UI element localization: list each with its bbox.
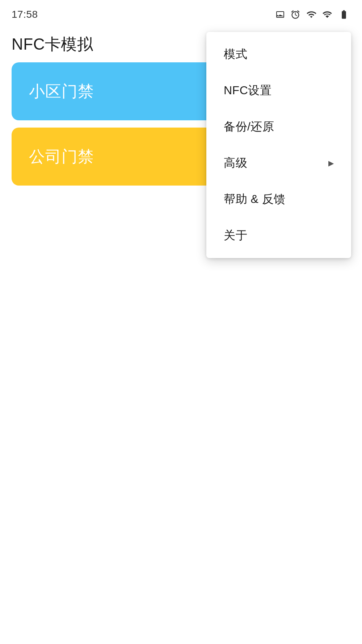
dropdown-menu: 模式 NFC设置 备份/还原 高级 ▶ 帮助 & 反馈 关于 — [206, 32, 351, 258]
menu-item-nfc-settings[interactable]: NFC设置 — [206, 72, 351, 109]
chevron-right-icon: ▶ — [328, 159, 334, 167]
menu-item-advanced[interactable]: 高级 ▶ — [206, 145, 351, 181]
menu-item-backup-restore[interactable]: 备份/还原 — [206, 109, 351, 145]
menu-item-advanced-label: 高级 — [224, 155, 247, 171]
menu-item-nfc-settings-label: NFC设置 — [224, 83, 272, 99]
menu-item-help-feedback[interactable]: 帮助 & 反馈 — [206, 181, 351, 217]
menu-item-backup-restore-label: 备份/还原 — [224, 119, 274, 135]
menu-item-about-label: 关于 — [224, 228, 247, 244]
menu-item-help-feedback-label: 帮助 & 反馈 — [224, 191, 286, 207]
menu-item-mode[interactable]: 模式 — [206, 36, 351, 72]
menu-item-about[interactable]: 关于 — [206, 217, 351, 254]
menu-item-mode-label: 模式 — [224, 46, 247, 62]
